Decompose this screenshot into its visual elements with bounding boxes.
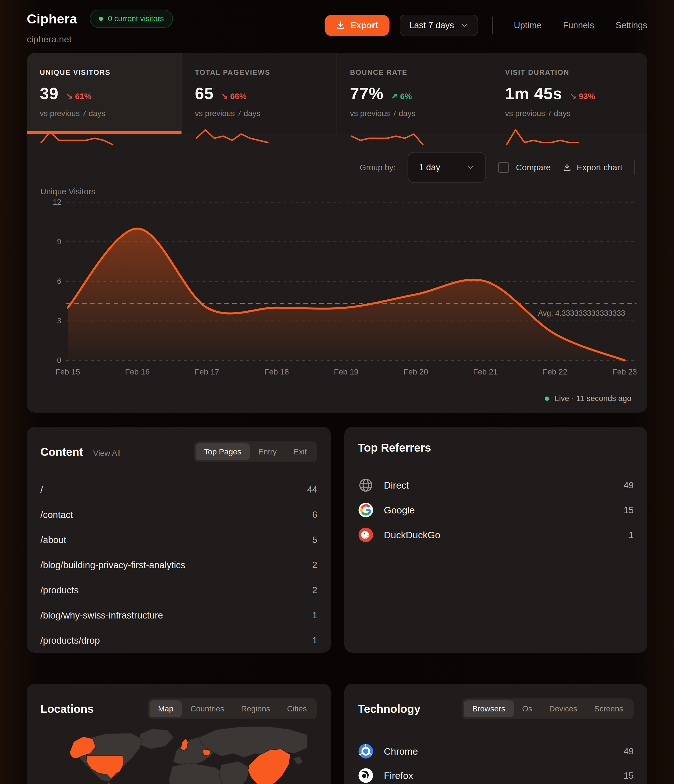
- nav-uptime[interactable]: Uptime: [514, 20, 541, 31]
- compare-toggle[interactable]: Compare: [498, 162, 551, 173]
- chevron-down-icon: [461, 22, 469, 30]
- stat-label: TOTAL PAGEVIEWS: [195, 68, 324, 76]
- top-bar: Ciphera 0 current visitors ciphera.net E…: [27, 0, 647, 53]
- svg-text:Feb 16: Feb 16: [125, 367, 150, 376]
- tab-regions[interactable]: Regions: [233, 700, 279, 717]
- tab-top-pages[interactable]: Top Pages: [196, 443, 250, 460]
- stat-delta: ↘ 93%: [570, 92, 595, 101]
- stat-delta: ↘ 61%: [66, 92, 92, 101]
- page-row[interactable]: /blog/building-privacy-first-analytics2: [40, 552, 317, 577]
- svg-text:Feb 20: Feb 20: [404, 367, 428, 376]
- locations-card: Locations Map Countries Regions Cities: [27, 684, 331, 784]
- page-row[interactable]: /products/drop1: [40, 628, 317, 653]
- site-title: Ciphera: [27, 11, 77, 26]
- top-pages-list: /44 /contact6 /about5 /blog/building-pri…: [27, 477, 331, 653]
- stat-label: VISIT DURATION: [505, 68, 635, 76]
- compare-checkbox[interactable]: [498, 162, 509, 173]
- controls-divider: [634, 160, 635, 176]
- svg-text:6: 6: [57, 277, 61, 286]
- nav-funnels[interactable]: Funnels: [563, 20, 594, 31]
- tab-exit[interactable]: Exit: [285, 443, 315, 460]
- overview-panel: UNIQUE VISITORS 39 ↘ 61% vs previous 7 d…: [27, 53, 647, 412]
- live-status: Live · 11 seconds ago: [545, 394, 631, 403]
- analytics-dashboard: Ciphera 0 current visitors ciphera.net E…: [0, 0, 674, 784]
- group-by-select[interactable]: 1 day: [408, 152, 486, 183]
- svg-text:3: 3: [57, 317, 61, 325]
- page-row[interactable]: /contact6: [40, 502, 317, 527]
- date-range-select[interactable]: Last 7 days: [400, 15, 478, 36]
- browsers-list: Chrome 49 Firefox 15: [344, 739, 647, 784]
- tab-devices[interactable]: Devices: [541, 700, 586, 717]
- svg-text:Feb 18: Feb 18: [264, 367, 289, 376]
- page-row[interactable]: /products2: [40, 577, 317, 603]
- svg-text:Feb 19: Feb 19: [334, 367, 359, 376]
- header-divider: [492, 17, 493, 34]
- stat-unique-visitors[interactable]: UNIQUE VISITORS 39 ↘ 61% vs previous 7 d…: [27, 53, 182, 134]
- stat-compare: vs previous 7 days: [505, 109, 635, 118]
- referrers-list: Direct 49 Google 1: [344, 473, 647, 548]
- tab-map[interactable]: Map: [150, 700, 182, 717]
- svg-text:Feb 23: Feb 23: [612, 367, 637, 376]
- svg-text:0: 0: [57, 356, 61, 365]
- nav-settings[interactable]: Settings: [616, 20, 647, 31]
- svg-text:Feb 21: Feb 21: [473, 367, 498, 376]
- referrer-row-direct[interactable]: Direct 49: [358, 473, 634, 498]
- stat-compare: vs previous 7 days: [350, 109, 479, 118]
- stat-label: UNIQUE VISITORS: [40, 68, 169, 76]
- stat-delta: ↗ 6%: [391, 92, 412, 101]
- stat-compare: vs previous 7 days: [195, 109, 324, 118]
- technology-card: Technology Browsers Os Devices Screens: [344, 684, 647, 784]
- content-tabs: Top Pages Entry Exit: [194, 442, 317, 462]
- trend-down-icon: ↘: [221, 92, 228, 101]
- date-range-value: Last 7 days: [409, 20, 454, 31]
- stat-delta: ↘ 66%: [221, 92, 246, 101]
- map-russia: [199, 726, 307, 758]
- stat-visit-duration[interactable]: VISIT DURATION 1m 45s ↘ 93% vs previous …: [492, 53, 648, 134]
- export-button[interactable]: Export: [325, 15, 390, 36]
- stat-bounce-rate[interactable]: BOUNCE RATE 77% ↗ 6% vs previous 7 days: [337, 53, 492, 134]
- tab-cities[interactable]: Cities: [279, 700, 315, 717]
- globe-icon: [358, 477, 374, 493]
- svg-text:12: 12: [53, 198, 61, 207]
- tab-countries[interactable]: Countries: [182, 700, 233, 717]
- referrer-row-duckduckgo[interactable]: DuckDuckGo 1: [358, 523, 634, 548]
- technology-tabs: Browsers Os Devices Screens: [462, 698, 634, 719]
- map-greenland: [138, 729, 174, 749]
- live-status-label: Live · 11 seconds ago: [554, 394, 631, 403]
- referrer-row-google[interactable]: Google 15: [358, 498, 634, 523]
- technology-title: Technology: [358, 703, 420, 716]
- stat-compare: vs previous 7 days: [40, 109, 169, 118]
- map-middle-east: [219, 761, 250, 784]
- tab-entry[interactable]: Entry: [250, 443, 285, 460]
- page-row[interactable]: /about5: [40, 527, 317, 552]
- locations-title: Locations: [40, 703, 94, 716]
- live-dot-icon: [545, 397, 549, 401]
- stat-value: 77%: [350, 84, 384, 103]
- map-central-america: [107, 782, 114, 784]
- tab-os[interactable]: Os: [514, 700, 541, 717]
- trend-down-icon: ↘: [570, 92, 576, 101]
- browser-row-firefox[interactable]: Firefox 15: [358, 764, 634, 784]
- tab-screens[interactable]: Screens: [585, 700, 632, 717]
- map-japan: [293, 756, 303, 765]
- download-icon: [336, 20, 345, 30]
- stats-row: UNIQUE VISITORS 39 ↘ 61% vs previous 7 d…: [27, 53, 647, 134]
- site-domain: ciphera.net: [27, 34, 173, 45]
- svg-text:Feb 15: Feb 15: [55, 367, 80, 376]
- export-chart-button[interactable]: Export chart: [562, 163, 622, 172]
- tab-browsers[interactable]: Browsers: [464, 700, 514, 717]
- current-visitors-badge[interactable]: 0 current visitors: [90, 9, 173, 28]
- live-dot-icon: [99, 17, 103, 21]
- map-china-highlight: [248, 749, 290, 784]
- referrers-card: Top Referrers Direct 49: [344, 427, 647, 653]
- compare-label: Compare: [516, 163, 551, 172]
- stat-total-pageviews[interactable]: TOTAL PAGEVIEWS 65 ↘ 66% vs previous 7 d…: [182, 53, 337, 134]
- svg-text:9: 9: [57, 238, 61, 246]
- page-row[interactable]: /44: [40, 477, 317, 502]
- browser-row-chrome[interactable]: Chrome 49: [358, 739, 634, 764]
- current-visitors-label: 0 current visitors: [108, 14, 164, 23]
- world-map: [40, 722, 318, 784]
- page-row[interactable]: /blog/why-swiss-infrastructure1: [40, 603, 317, 628]
- group-by-value: 1 day: [419, 162, 440, 173]
- view-all-link[interactable]: View All: [93, 449, 121, 458]
